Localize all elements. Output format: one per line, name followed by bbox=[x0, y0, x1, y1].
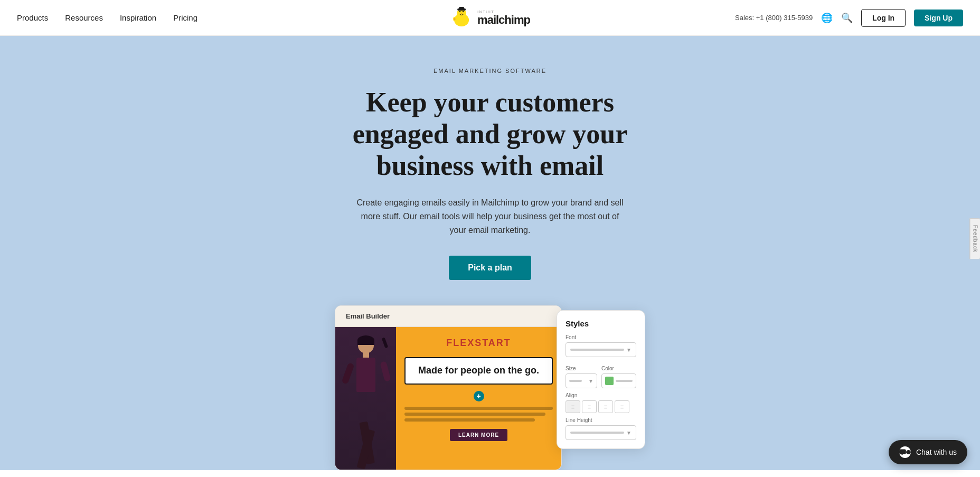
align-right-button[interactable]: ≡ bbox=[598, 400, 613, 413]
svg-point-3 bbox=[459, 11, 460, 12]
logo[interactable]: intuit mailchimp bbox=[450, 6, 530, 30]
chat-icon bbox=[899, 446, 911, 458]
line-bar-3 bbox=[404, 418, 535, 422]
hero-eyebrow: EMAIL MARKETING SOFTWARE bbox=[434, 68, 546, 74]
login-button[interactable]: Log In bbox=[861, 9, 906, 27]
hero-section: EMAIL MARKETING SOFTWARE Keep your custo… bbox=[0, 36, 980, 470]
font-label: Font bbox=[566, 334, 636, 340]
card-header: Email Builder bbox=[335, 306, 561, 327]
card-right-content: FLEXSTART Made for people on the go. + L… bbox=[396, 327, 561, 470]
mailchimp-logo-icon bbox=[450, 6, 473, 30]
logo-wordmark: intuit mailchimp bbox=[477, 10, 530, 26]
phone-number: Sales: +1 (800) 315-5939 bbox=[735, 14, 813, 22]
styles-panel-title: Styles bbox=[566, 319, 636, 328]
plus-icon: + bbox=[474, 391, 484, 401]
size-label: Size bbox=[566, 366, 597, 371]
illustration-container: Email Builder bbox=[252, 305, 728, 470]
mailchimp-name: mailchimp bbox=[477, 14, 530, 26]
pick-plan-button[interactable]: Pick a plan bbox=[449, 256, 531, 280]
feedback-tab[interactable]: Feedback bbox=[970, 218, 980, 259]
search-icon[interactable]: 🔍 bbox=[841, 12, 853, 24]
line-bar-1 bbox=[404, 407, 553, 410]
chat-label: Chat with us bbox=[916, 448, 957, 456]
hero-title: Keep your customers engaged and grow you… bbox=[337, 87, 643, 181]
nav-products[interactable]: Products bbox=[17, 13, 48, 22]
svg-point-4 bbox=[463, 11, 464, 12]
text-lines bbox=[404, 407, 553, 422]
color-picker[interactable] bbox=[601, 373, 636, 388]
made-for-text: Made for people on the go. bbox=[414, 364, 543, 377]
hero-subtitle: Create engaging emails easily in Mailchi… bbox=[353, 196, 627, 237]
card-content: FLEXSTART Made for people on the go. + L… bbox=[335, 327, 561, 470]
color-swatch bbox=[605, 377, 614, 385]
color-label: Color bbox=[601, 366, 636, 371]
globe-icon[interactable]: 🌐 bbox=[821, 12, 833, 24]
nav-pricing[interactable]: Pricing bbox=[173, 13, 197, 22]
styles-panel: Styles Font ▼ Size ▼ Color bbox=[557, 310, 645, 449]
nav-left: Products Resources Inspiration Pricing bbox=[17, 13, 197, 22]
nav-center: intuit mailchimp bbox=[450, 6, 530, 30]
align-label: Align bbox=[566, 392, 636, 398]
chat-widget[interactable]: Chat with us bbox=[889, 440, 967, 464]
font-dropdown[interactable]: ▼ bbox=[566, 342, 636, 357]
card-left-image bbox=[335, 327, 396, 470]
svg-rect-7 bbox=[459, 7, 464, 10]
color-bar bbox=[616, 380, 633, 382]
signup-button[interactable]: Sign Up bbox=[914, 10, 963, 26]
svg-point-9 bbox=[454, 17, 456, 20]
nav-inspiration[interactable]: Inspiration bbox=[120, 13, 156, 22]
line-height-label: Line Height bbox=[566, 417, 636, 423]
align-justify-button[interactable]: ≡ bbox=[615, 400, 629, 413]
size-chevron: ▼ bbox=[588, 378, 593, 384]
align-buttons: ≡ ≡ ≡ ≡ bbox=[566, 400, 636, 413]
line-height-chevron: ▼ bbox=[626, 430, 632, 436]
font-dropdown-chevron: ▼ bbox=[626, 347, 632, 353]
align-center-button[interactable]: ≡ bbox=[582, 400, 597, 413]
line-bar-2 bbox=[404, 413, 545, 416]
nav-resources[interactable]: Resources bbox=[65, 13, 103, 22]
made-for-box: Made for people on the go. bbox=[404, 357, 553, 384]
line-height-dropdown[interactable]: ▼ bbox=[566, 425, 636, 440]
email-builder-card: Email Builder bbox=[335, 305, 562, 470]
navbar: Products Resources Inspiration Pricing bbox=[0, 0, 980, 36]
svg-rect-10 bbox=[899, 450, 906, 454]
size-dropdown[interactable]: ▼ bbox=[566, 373, 597, 388]
svg-point-5 bbox=[461, 13, 463, 14]
learn-more-button[interactable]: LEARN MORE bbox=[450, 429, 507, 441]
flexstart-label: FLEXSTART bbox=[446, 338, 511, 349]
align-left-button[interactable]: ≡ bbox=[566, 400, 580, 413]
nav-right: Sales: +1 (800) 315-5939 🌐 🔍 Log In Sign… bbox=[735, 9, 963, 27]
